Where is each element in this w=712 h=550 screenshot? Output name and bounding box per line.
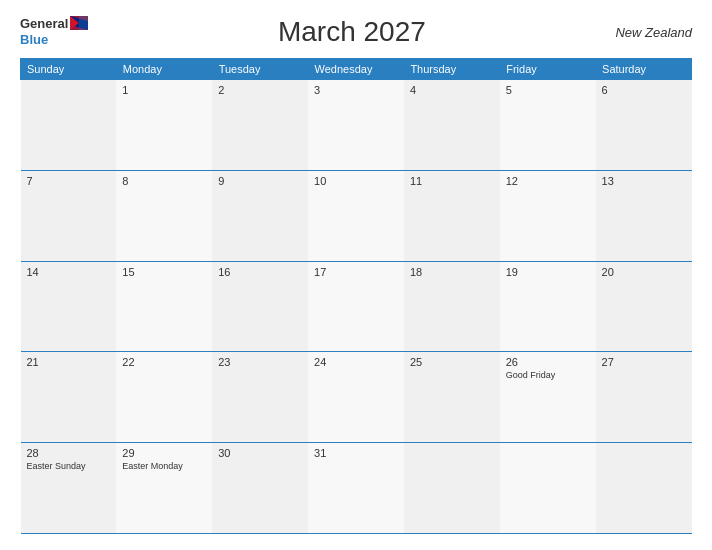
day-number: 2 [218, 84, 302, 96]
day-number: 21 [27, 356, 111, 368]
calendar-cell: 29Easter Monday [116, 443, 212, 534]
svg-marker-4 [79, 16, 88, 30]
day-number: 27 [602, 356, 686, 368]
day-number: 6 [602, 84, 686, 96]
day-number: 20 [602, 266, 686, 278]
day-number: 24 [314, 356, 398, 368]
day-number: 9 [218, 175, 302, 187]
weekday-header-thursday: Thursday [404, 59, 500, 80]
calendar-cell: 28Easter Sunday [21, 443, 117, 534]
calendar-cell [596, 443, 692, 534]
day-number: 30 [218, 447, 302, 459]
day-number: 26 [506, 356, 590, 368]
calendar-cell: 25 [404, 352, 500, 443]
page-title: March 2027 [278, 16, 426, 48]
calendar-table: SundayMondayTuesdayWednesdayThursdayFrid… [20, 58, 692, 534]
holiday-label: Good Friday [506, 370, 590, 380]
day-number: 29 [122, 447, 206, 459]
calendar-cell: 1 [116, 80, 212, 171]
logo-general-text: General [20, 17, 68, 30]
logo: General Blue [20, 16, 88, 48]
day-number: 12 [506, 175, 590, 187]
calendar-header: General Blue March 2027 New Zealand [20, 16, 692, 48]
logo-flag-icon [70, 16, 88, 30]
day-number: 28 [27, 447, 111, 459]
calendar-cell: 7 [21, 170, 117, 261]
day-number: 22 [122, 356, 206, 368]
day-number: 25 [410, 356, 494, 368]
day-number: 5 [506, 84, 590, 96]
calendar-cell: 5 [500, 80, 596, 171]
day-number: 18 [410, 266, 494, 278]
day-number: 8 [122, 175, 206, 187]
calendar-cell: 12 [500, 170, 596, 261]
calendar-cell [404, 443, 500, 534]
calendar-cell: 20 [596, 261, 692, 352]
week-row: 28Easter Sunday29Easter Monday3031 [21, 443, 692, 534]
calendar-cell: 8 [116, 170, 212, 261]
calendar-cell: 14 [21, 261, 117, 352]
calendar-cell: 23 [212, 352, 308, 443]
calendar-cell: 4 [404, 80, 500, 171]
calendar-cell: 17 [308, 261, 404, 352]
calendar-cell: 24 [308, 352, 404, 443]
day-number: 31 [314, 447, 398, 459]
day-number: 3 [314, 84, 398, 96]
calendar-cell [21, 80, 117, 171]
weekday-header-wednesday: Wednesday [308, 59, 404, 80]
calendar-cell: 13 [596, 170, 692, 261]
weekday-header-saturday: Saturday [596, 59, 692, 80]
day-number: 7 [27, 175, 111, 187]
calendar-cell: 11 [404, 170, 500, 261]
week-row: 123456 [21, 80, 692, 171]
logo-blue-text: Blue [20, 32, 48, 47]
calendar-cell: 30 [212, 443, 308, 534]
day-number: 4 [410, 84, 494, 96]
calendar-cell: 16 [212, 261, 308, 352]
calendar-cell: 21 [21, 352, 117, 443]
calendar-cell: 22 [116, 352, 212, 443]
calendar-cell: 2 [212, 80, 308, 171]
day-number: 17 [314, 266, 398, 278]
day-number: 11 [410, 175, 494, 187]
day-number: 1 [122, 84, 206, 96]
week-row: 212223242526Good Friday27 [21, 352, 692, 443]
calendar-cell: 15 [116, 261, 212, 352]
weekday-header-tuesday: Tuesday [212, 59, 308, 80]
day-number: 13 [602, 175, 686, 187]
calendar-cell: 31 [308, 443, 404, 534]
calendar-cell: 3 [308, 80, 404, 171]
calendar-cell: 27 [596, 352, 692, 443]
day-number: 14 [27, 266, 111, 278]
weekday-header-row: SundayMondayTuesdayWednesdayThursdayFrid… [21, 59, 692, 80]
holiday-label: Easter Sunday [27, 461, 111, 471]
calendar-cell [500, 443, 596, 534]
calendar-cell: 6 [596, 80, 692, 171]
day-number: 16 [218, 266, 302, 278]
country-label: New Zealand [615, 25, 692, 40]
weekday-header-monday: Monday [116, 59, 212, 80]
calendar-cell: 19 [500, 261, 596, 352]
calendar-cell: 26Good Friday [500, 352, 596, 443]
calendar-cell: 18 [404, 261, 500, 352]
day-number: 15 [122, 266, 206, 278]
day-number: 19 [506, 266, 590, 278]
calendar-cell: 10 [308, 170, 404, 261]
week-row: 14151617181920 [21, 261, 692, 352]
weekday-header-sunday: Sunday [21, 59, 117, 80]
week-row: 78910111213 [21, 170, 692, 261]
weekday-header-friday: Friday [500, 59, 596, 80]
day-number: 23 [218, 356, 302, 368]
holiday-label: Easter Monday [122, 461, 206, 471]
calendar-cell: 9 [212, 170, 308, 261]
day-number: 10 [314, 175, 398, 187]
